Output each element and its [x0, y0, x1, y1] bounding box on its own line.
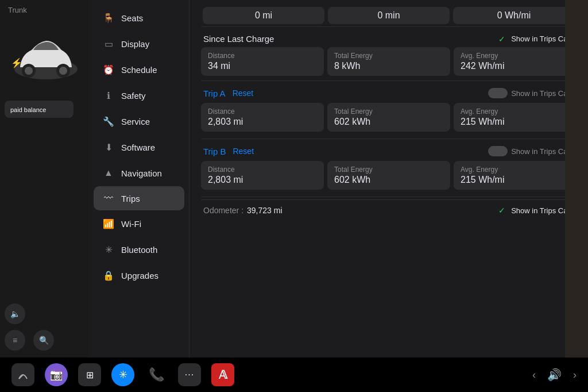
trip-b-reset-btn[interactable]: Reset [233, 147, 254, 156]
trip-a-avg-card: Avg. Energy 215 Wh/mi [454, 103, 577, 132]
top-stats-row: 0 mi 0 min 0 Wh/mi [201, 7, 577, 24]
stat-value-0whmi: 0 Wh/mi [497, 10, 531, 20]
software-icon: ⬇ [103, 142, 114, 153]
trip-a-stats: Distance 2,803 mi Total Energy 602 kWh A… [201, 103, 577, 132]
trip-a-distance-card: Distance 2,803 mi [201, 103, 324, 132]
divider-2 [201, 80, 577, 81]
chevron-right-btn[interactable]: › [573, 369, 577, 381]
taskbar-center: ‹ 🔊 › [532, 368, 577, 382]
odometer-show-trips[interactable]: ✓ Show in Trips Card [498, 206, 574, 215]
trip-b-label: Trip B [203, 147, 226, 156]
trip-a-energy-card: Total Energy 602 kWh [327, 103, 450, 132]
car-image: ⚡ [0, 20, 92, 95]
search-icon[interactable]: 🔍 [33, 330, 54, 351]
display-icon: ▭ [103, 39, 114, 49]
trips-icon: 〰 [103, 193, 114, 203]
chevron-left-btn[interactable]: ‹ [532, 369, 536, 381]
since-charge-avg-card: Avg. Energy 242 Wh/mi [454, 47, 577, 76]
since-charge-checkmark: ✓ [498, 34, 505, 44]
odometer-label: Odometer : [203, 206, 243, 215]
sidebar-label-wifi: Wi-Fi [121, 219, 141, 229]
sidebar-item-seats[interactable]: 🪑 Seats [94, 6, 184, 30]
stat-cell-time: 0 min [328, 7, 450, 24]
sidebar-item-upgrades[interactable]: 🔒 Upgrades [94, 263, 184, 288]
trunk-label: Trunk [0, 0, 92, 20]
sidebar-label-upgrades: Upgrades [121, 271, 158, 280]
trip-b-header: Trip B Reset Show in Trips Card [201, 141, 577, 161]
stat-cell-efficiency: 0 Wh/mi [453, 7, 575, 24]
sidebar-label-software: Software [121, 143, 155, 152]
paid-balance-badge: paid balance [5, 101, 74, 118]
sidebar-item-safety[interactable]: ℹ Safety [94, 83, 184, 108]
divider-4 [201, 197, 577, 197]
divider-3 [201, 139, 577, 139]
autopilot-label: 𝔸 [219, 368, 227, 382]
trip-b-distance-label: Distance [208, 166, 317, 174]
since-charge-energy-card: Total Energy 8 kWh [327, 47, 450, 76]
trip-a-label: Trip A [203, 89, 226, 98]
volume-control[interactable]: 🔊 [547, 368, 562, 382]
trip-a-reset-btn[interactable]: Reset [233, 89, 254, 98]
trip-a-section: Trip A Reset Show in Trips Card Distance… [201, 83, 577, 132]
trip-b-avg-label: Avg. Energy [461, 166, 570, 174]
trip-b-avg-value: 215 Wh/mi [461, 175, 570, 185]
sidebar: 🪑 Seats ▭ Display ⏰ Schedule ℹ Safety 🔧 … [89, 0, 189, 358]
paid-balance-text: paid balance [10, 106, 46, 113]
sidebar-item-display[interactable]: ▭ Display [94, 32, 184, 56]
trip-b-section: Trip B Reset Show in Trips Card Distance… [201, 141, 577, 190]
divider-1 [201, 26, 577, 27]
sidebar-label-schedule: Schedule [121, 65, 157, 75]
since-charge-label: Since Last Charge [203, 34, 274, 44]
bottom-left-controls: 🔈 ≡ 🔍 [5, 303, 54, 351]
trip-a-toggle-track [488, 88, 508, 98]
camera-emoji: 📷 [50, 368, 63, 381]
main-content: 0 mi 0 min 0 Wh/mi Since Last Charge ✓ S… [189, 0, 588, 358]
right-bezel [565, 0, 588, 392]
odometer-info: Odometer : 39,723 mi [203, 206, 283, 215]
apps-grid-btn[interactable]: ⊞ [78, 363, 101, 386]
sidebar-label-bluetooth: Bluetooth [121, 245, 157, 255]
phone-btn[interactable]: 📞 [145, 363, 168, 386]
audio-icon[interactable]: 🔈 [5, 303, 25, 324]
trip-b-title-group: Trip B Reset [203, 147, 254, 156]
sidebar-item-software[interactable]: ⬇ Software [94, 135, 184, 160]
taskbar: 📷 ⊞ ✳ 📞 ··· 𝔸 ‹ 🔊 › [0, 358, 588, 392]
trip-a-header: Trip A Reset Show in Trips Card [201, 83, 577, 103]
sidebar-label-seats: Seats [121, 13, 143, 23]
trip-b-distance-card: Distance 2,803 mi [201, 161, 324, 190]
seats-icon: 🪑 [103, 13, 114, 24]
sidebar-item-bluetooth[interactable]: ✳ Bluetooth [94, 237, 184, 262]
autopilot-btn[interactable]: 𝔸 [211, 363, 234, 386]
since-charge-stats: Distance 34 mi Total Energy 8 kWh Avg. E… [201, 47, 577, 76]
service-icon: 🔧 [103, 116, 114, 127]
trip-b-toggle[interactable]: Show in Trips Card [488, 146, 574, 156]
since-charge-energy-label: Total Energy [334, 52, 443, 60]
since-charge-distance-label: Distance [208, 52, 317, 60]
camera-icon-btn[interactable]: 📷 [45, 363, 68, 386]
bars-icon[interactable]: ≡ [5, 330, 25, 351]
stat-value-0mi: 0 mi [255, 10, 272, 20]
trip-b-stats: Distance 2,803 mi Total Energy 602 kWh A… [201, 161, 577, 190]
sidebar-item-service[interactable]: 🔧 Service [94, 109, 184, 134]
wifi-icon: 📶 [103, 218, 114, 229]
odometer-value: 39,723 mi [247, 206, 282, 215]
trip-b-distance-value: 2,803 mi [208, 175, 317, 185]
sidebar-item-schedule[interactable]: ⏰ Schedule [94, 57, 184, 82]
safety-icon: ℹ [103, 90, 114, 101]
trip-a-title-group: Trip A Reset [203, 89, 253, 98]
since-charge-toggle[interactable]: ✓ Show in Trips Card [498, 34, 574, 44]
trip-a-toggle[interactable]: Show in Trips Card [488, 88, 574, 98]
wiper-icon-btn[interactable] [11, 363, 34, 386]
since-charge-distance-card: Distance 34 mi [201, 47, 324, 76]
sidebar-item-trips[interactable]: 〰 Trips [94, 186, 184, 210]
trip-a-avg-value: 215 Wh/mi [461, 117, 570, 127]
trip-a-energy-label: Total Energy [334, 107, 443, 116]
trip-b-avg-card: Avg. Energy 215 Wh/mi [454, 161, 577, 190]
sidebar-item-wifi[interactable]: 📶 Wi-Fi [94, 212, 184, 236]
since-charge-distance-value: 34 mi [208, 61, 317, 71]
trip-b-energy-label: Total Energy [334, 166, 443, 174]
sidebar-item-navigation[interactable]: ▲ Navigation [94, 161, 184, 185]
bluetooth-taskbar-btn[interactable]: ✳ [111, 363, 134, 386]
more-btn[interactable]: ··· [178, 363, 201, 386]
sidebar-label-trips: Trips [121, 194, 140, 203]
